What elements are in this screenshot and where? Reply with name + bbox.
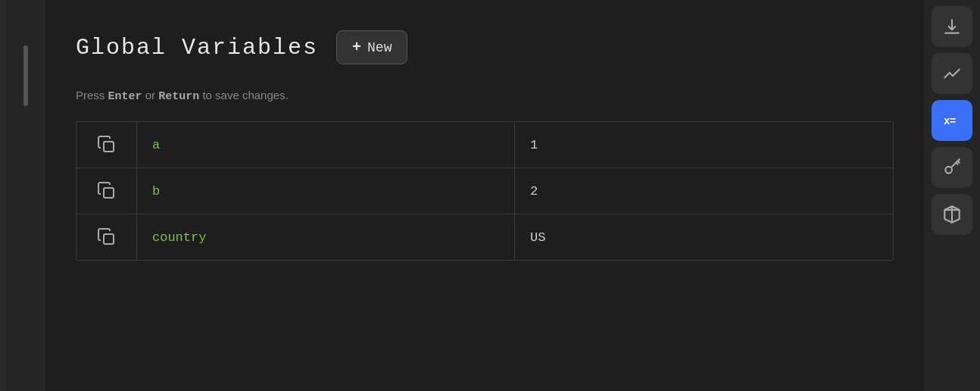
var-name-cell-a[interactable]: a — [137, 122, 515, 167]
chart-icon-button[interactable] — [932, 53, 972, 94]
copy-icon-country — [98, 228, 116, 246]
var-value-cell-a[interactable]: 1 — [515, 122, 893, 167]
svg-rect-0 — [104, 142, 114, 152]
copy-icon-b — [98, 182, 116, 200]
key-icon-button[interactable] — [932, 147, 972, 188]
svg-rect-2 — [104, 234, 114, 244]
var-value-b: 2 — [530, 184, 538, 199]
copy-icon-cell-b[interactable] — [76, 168, 137, 214]
box-icon — [942, 205, 962, 224]
hint-return: Return — [158, 90, 199, 103]
svg-text:x=: x= — [944, 114, 956, 127]
plus-icon: + — [352, 39, 361, 56]
var-value-cell-country[interactable]: US — [515, 214, 893, 260]
key-icon — [942, 158, 962, 177]
right-sidebar: x= — [924, 0, 980, 391]
var-name-b: b — [152, 184, 160, 199]
variables-table-wrapper: a 1 b 2 — [76, 121, 894, 261]
header-row: Global Variables + New — [76, 30, 894, 64]
svg-rect-1 — [104, 188, 114, 198]
hint-enter: Enter — [108, 90, 142, 103]
variables-icon: x= — [942, 111, 962, 130]
table-row: a 1 — [76, 122, 893, 168]
page-title: Global Variables — [76, 35, 318, 61]
var-name-cell-b[interactable]: b — [137, 168, 515, 214]
download-icon — [942, 17, 962, 36]
main-content: Global Variables + New Press Enter or Re… — [45, 0, 924, 391]
table-row: country US — [76, 214, 893, 260]
copy-icon-cell-country[interactable] — [76, 214, 137, 260]
new-button-label: New — [367, 40, 392, 55]
copy-icon-cell-a[interactable] — [76, 122, 137, 167]
var-value-a: 1 — [530, 138, 538, 152]
copy-icon-a — [98, 136, 116, 154]
svg-line-7 — [956, 163, 957, 164]
var-name-cell-country[interactable]: country — [137, 214, 515, 260]
var-name-country: country — [152, 230, 206, 245]
svg-point-4 — [945, 167, 952, 174]
table-row: b 2 — [76, 168, 893, 214]
new-button[interactable]: + New — [336, 30, 407, 64]
chart-icon — [942, 64, 962, 83]
scrollbar-thumb[interactable] — [23, 45, 28, 106]
download-icon-button[interactable] — [932, 6, 972, 47]
var-value-cell-b[interactable]: 2 — [515, 168, 893, 214]
svg-line-6 — [958, 161, 960, 162]
box-icon-button[interactable] — [932, 194, 972, 235]
hint-text: Press Enter or Return to save changes. — [76, 89, 894, 103]
var-value-country: US — [530, 230, 545, 245]
var-name-a: a — [152, 138, 160, 152]
left-scrollbar — [6, 0, 45, 391]
left-accent-bar — [0, 0, 6, 391]
variables-icon-button[interactable]: x= — [932, 100, 972, 141]
